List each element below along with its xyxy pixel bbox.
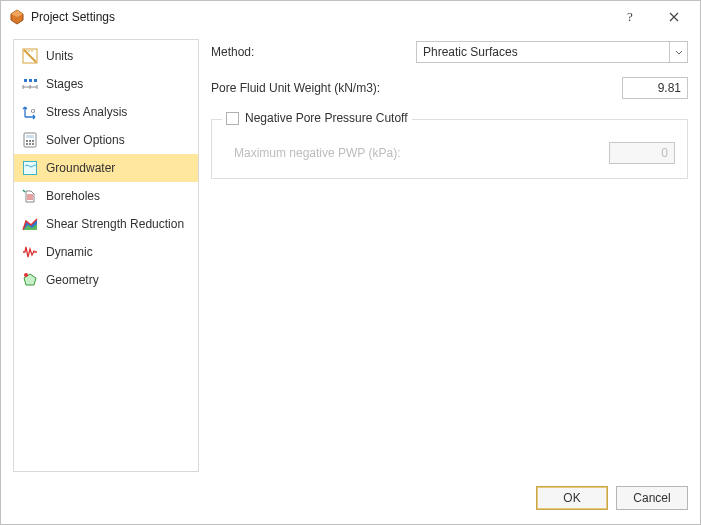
sidebar-item-label: Solver Options bbox=[46, 133, 125, 147]
group-legend-text: Negative Pore Pressure Cutoff bbox=[245, 111, 408, 125]
pfuw-label: Pore Fluid Unit Weight (kN/m3): bbox=[211, 81, 471, 95]
svg-rect-11 bbox=[29, 140, 31, 142]
wave-icon bbox=[22, 244, 38, 260]
method-label: Method: bbox=[211, 45, 391, 59]
svg-rect-13 bbox=[26, 143, 28, 145]
sidebar-item-label: Groundwater bbox=[46, 161, 115, 175]
stages-icon bbox=[22, 76, 38, 92]
svg-rect-10 bbox=[26, 140, 28, 142]
sidebar-item-label: Stress Analysis bbox=[46, 105, 127, 119]
pfuw-input[interactable]: 9.81 bbox=[622, 77, 688, 99]
sidebar-item-label: Stages bbox=[46, 77, 83, 91]
ssr-icon bbox=[22, 216, 38, 232]
sidebar-item-boreholes[interactable]: Boreholes bbox=[14, 182, 198, 210]
sidebar-item-dynamic[interactable]: Dynamic bbox=[14, 238, 198, 266]
sidebar-item-label: Geometry bbox=[46, 273, 99, 287]
sidebar-item-label: Boreholes bbox=[46, 189, 100, 203]
borehole-icon bbox=[22, 188, 38, 204]
sidebar-item-groundwater[interactable]: Groundwater bbox=[14, 154, 198, 182]
dialog-footer: OK Cancel bbox=[1, 472, 700, 524]
geometry-icon bbox=[22, 272, 38, 288]
titlebar: Project Settings ? bbox=[1, 1, 700, 33]
pfuw-row: Pore Fluid Unit Weight (kN/m3): 9.81 bbox=[211, 77, 688, 99]
svg-rect-6 bbox=[34, 79, 37, 82]
calculator-icon bbox=[22, 132, 38, 148]
groundwater-icon bbox=[22, 160, 38, 176]
sidebar-item-solver-options[interactable]: Solver Options bbox=[14, 126, 198, 154]
close-button[interactable] bbox=[652, 1, 696, 33]
sidebar-item-stress-analysis[interactable]: σ Stress Analysis bbox=[14, 98, 198, 126]
dialog-body: Units Stages σ Stress Analysis Solver Op… bbox=[1, 33, 700, 472]
sidebar-item-ssr[interactable]: Shear Strength Reduction bbox=[14, 210, 198, 238]
chevron-down-icon bbox=[669, 42, 687, 62]
method-row: Method: Phreatic Surfaces bbox=[211, 41, 688, 63]
svg-rect-5 bbox=[29, 79, 32, 82]
svg-rect-4 bbox=[24, 79, 27, 82]
method-value: Phreatic Surfaces bbox=[417, 45, 669, 59]
sidebar-item-units[interactable]: Units bbox=[14, 42, 198, 70]
sidebar-item-stages[interactable]: Stages bbox=[14, 70, 198, 98]
stress-icon: σ bbox=[22, 104, 38, 120]
svg-rect-15 bbox=[32, 143, 34, 145]
svg-rect-12 bbox=[32, 140, 34, 142]
sidebar-item-label: Dynamic bbox=[46, 245, 93, 259]
svg-text:σ: σ bbox=[31, 106, 36, 115]
svg-text:?: ? bbox=[627, 10, 633, 24]
max-pwp-row: Maximum negative PWP (kPa): 0 bbox=[234, 142, 675, 164]
sidebar-item-label: Shear Strength Reduction bbox=[46, 217, 184, 231]
window-title: Project Settings bbox=[31, 10, 608, 24]
negative-pwp-checkbox[interactable] bbox=[226, 112, 239, 125]
sidebar-item-label: Units bbox=[46, 49, 73, 63]
svg-rect-16 bbox=[24, 162, 37, 175]
max-pwp-input: 0 bbox=[609, 142, 675, 164]
negative-pwp-group: Negative Pore Pressure Cutoff Maximum ne… bbox=[211, 119, 688, 179]
help-button[interactable]: ? bbox=[608, 1, 652, 33]
svg-rect-14 bbox=[29, 143, 31, 145]
main-panel: Method: Phreatic Surfaces Pore Fluid Uni… bbox=[211, 39, 688, 472]
max-pwp-label: Maximum negative PWP (kPa): bbox=[234, 146, 401, 160]
project-settings-dialog: Project Settings ? Units Stages bbox=[0, 0, 701, 525]
method-select[interactable]: Phreatic Surfaces bbox=[416, 41, 688, 63]
app-icon bbox=[9, 9, 25, 25]
svg-point-18 bbox=[24, 273, 28, 277]
ruler-icon bbox=[22, 48, 38, 64]
sidebar-item-geometry[interactable]: Geometry bbox=[14, 266, 198, 294]
settings-sidebar: Units Stages σ Stress Analysis Solver Op… bbox=[13, 39, 199, 472]
cancel-button[interactable]: Cancel bbox=[616, 486, 688, 510]
ok-button[interactable]: OK bbox=[536, 486, 608, 510]
window-buttons: ? bbox=[608, 1, 696, 33]
svg-rect-9 bbox=[26, 135, 34, 138]
group-legend: Negative Pore Pressure Cutoff bbox=[222, 111, 412, 125]
